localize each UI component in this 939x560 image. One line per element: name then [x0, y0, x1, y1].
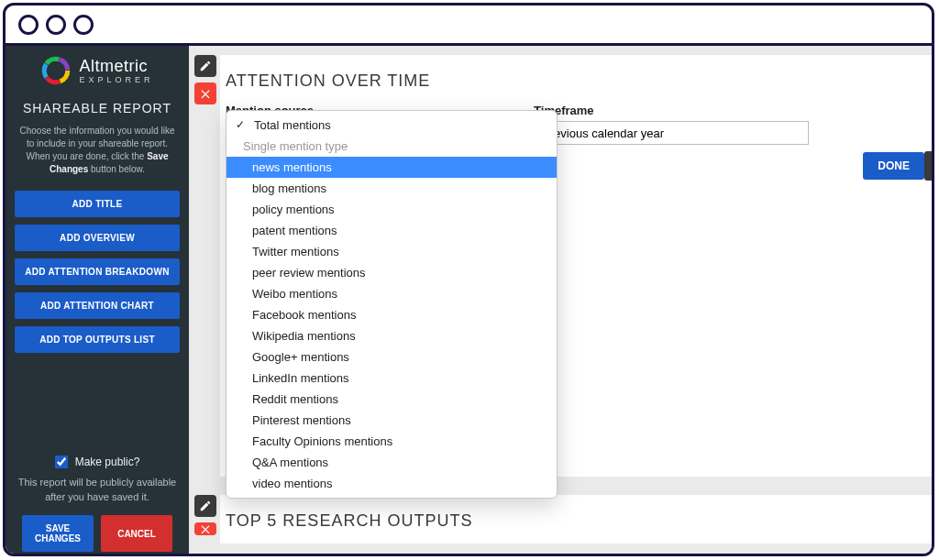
- altmetric-donut-icon: [40, 55, 72, 86]
- browser-frame: Altmetric EXPLORER SHAREABLE REPORT Choo…: [3, 3, 934, 556]
- dropdown-option-wikipedia[interactable]: Wikipedia mentions: [226, 325, 557, 346]
- dropdown-option-twitter[interactable]: Twitter mentions: [226, 241, 557, 262]
- dropdown-option-total[interactable]: Total mentions: [226, 115, 557, 136]
- make-public-checkbox[interactable]: [55, 456, 68, 468]
- panel-edge-handle[interactable]: [924, 151, 932, 181]
- dropdown-option-qa[interactable]: Q&A mentions: [226, 452, 557, 473]
- make-public-label: Make public?: [75, 456, 140, 468]
- timeframe-select[interactable]: Previous calendar year: [534, 121, 809, 145]
- timeframe-value: Previous calendar year: [542, 126, 664, 140]
- add-overview-button[interactable]: ADD OVERVIEW: [15, 225, 180, 251]
- done-button[interactable]: DONE: [863, 152, 924, 180]
- brand-name: Altmetric: [79, 58, 153, 74]
- sidebar-description: Choose the information you would like to…: [6, 125, 189, 187]
- public-note: This report will be publicly available a…: [15, 476, 180, 504]
- pencil-icon: [199, 500, 212, 512]
- add-top-outputs-list-button[interactable]: ADD TOP OUTPUTS LIST: [15, 326, 180, 353]
- add-attention-chart-button[interactable]: ADD ATTENTION CHART: [15, 292, 180, 319]
- delete-panel-button[interactable]: [194, 82, 216, 104]
- pencil-icon: [199, 60, 212, 72]
- content-area: ATTENTION OVER TIME Mention source Timef…: [189, 46, 932, 554]
- sidebar: Altmetric EXPLORER SHAREABLE REPORT Choo…: [6, 46, 189, 554]
- edit-panel-button[interactable]: [194, 55, 216, 77]
- dropdown-option-facebook[interactable]: Facebook mentions: [226, 304, 557, 325]
- brand-subtitle: EXPLORER: [79, 76, 153, 84]
- window-dot-2[interactable]: [46, 15, 66, 35]
- top-research-outputs-panel: TOP 5 RESEARCH OUTPUTS: [220, 495, 932, 544]
- window-dot-3[interactable]: [73, 15, 94, 35]
- browser-titlebar: [6, 5, 932, 46]
- brand-logo: Altmetric EXPLORER: [40, 55, 153, 86]
- save-changes-button[interactable]: SAVE CHANGES: [22, 515, 94, 552]
- timeframe-label: Timeframe: [534, 104, 809, 117]
- dropdown-option-peer-review[interactable]: peer review mentions: [226, 262, 557, 283]
- dropdown-option-blog[interactable]: blog mentions: [226, 178, 557, 199]
- attention-over-time-panel: ATTENTION OVER TIME Mention source Timef…: [220, 55, 932, 477]
- dropdown-option-googleplus[interactable]: Google+ mentions: [226, 346, 557, 368]
- dropdown-option-patent[interactable]: patent mentions: [226, 220, 557, 241]
- add-attention-breakdown-button[interactable]: ADD ATTENTION BREAKDOWN: [15, 258, 180, 285]
- dropdown-group-label: Single mention type: [226, 136, 557, 157]
- panel-heading: ATTENTION OVER TIME: [220, 71, 932, 104]
- mention-source-dropdown[interactable]: Total mentions Single mention type news …: [226, 110, 558, 499]
- make-public-toggle[interactable]: Make public?: [15, 456, 180, 468]
- dropdown-option-news[interactable]: news mentions: [226, 157, 557, 178]
- dropdown-option-policy[interactable]: policy mentions: [226, 199, 557, 220]
- window-dot-1[interactable]: [18, 15, 39, 35]
- dropdown-option-linkedin[interactable]: LinkedIn mentions: [226, 368, 557, 389]
- close-icon: [199, 87, 212, 100]
- cancel-button[interactable]: CANCEL: [101, 515, 172, 552]
- dropdown-option-video[interactable]: video mentions: [226, 473, 557, 494]
- panel2-heading: TOP 5 RESEARCH OUTPUTS: [220, 511, 932, 544]
- delete-panel-button-2[interactable]: [194, 522, 216, 535]
- edit-panel-button-2[interactable]: [194, 495, 216, 517]
- add-title-button[interactable]: ADD TITLE: [15, 191, 180, 217]
- dropdown-option-faculty-opinions[interactable]: Faculty Opinions mentions: [226, 431, 557, 452]
- sidebar-title: SHAREABLE REPORT: [23, 101, 171, 115]
- close-icon: [199, 522, 212, 535]
- dropdown-option-weibo[interactable]: Weibo mentions: [226, 283, 557, 304]
- dropdown-option-reddit[interactable]: Reddit mentions: [226, 389, 557, 410]
- dropdown-option-pinterest[interactable]: Pinterest mentions: [226, 410, 557, 431]
